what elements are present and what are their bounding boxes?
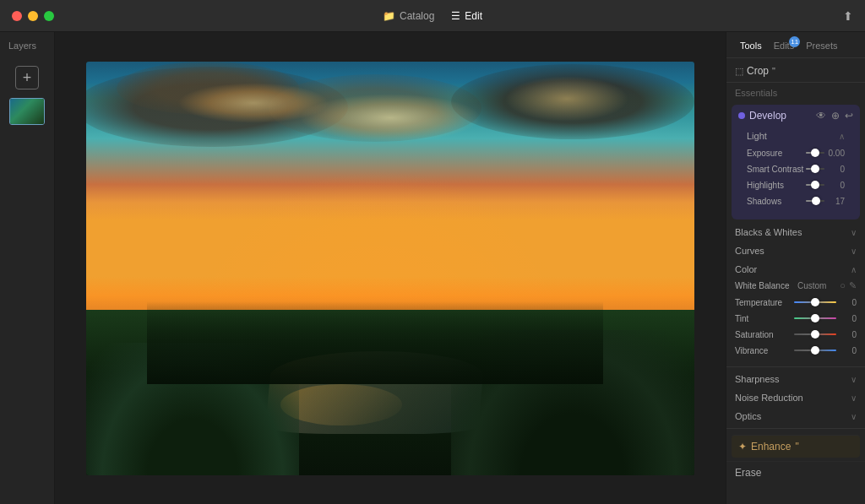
develop-header: Develop 👁 ⊕ ↩ (738, 110, 853, 122)
smart-contrast-row: Smart Contrast 0 (747, 163, 845, 175)
saturation-slider[interactable] (794, 328, 836, 340)
blacks-whites-label: Blacks & Whites (735, 227, 802, 237)
crop-text: Crop (747, 65, 769, 77)
wb-eyedropper-icon[interactable]: ✎ (849, 280, 857, 291)
sharpness-chevron-icon: ∨ (851, 375, 857, 384)
catalog-nav-item[interactable]: 📁 Catalog (383, 10, 434, 22)
vibrance-row: Vibrance 0 (735, 344, 857, 356)
catalog-label: Catalog (400, 10, 434, 22)
catalog-icon: 📁 (383, 10, 395, 22)
exposure-track (806, 152, 824, 154)
highlights-value: 0 (824, 181, 845, 190)
close-button[interactable] (12, 11, 22, 21)
erase-label: Erase (735, 467, 761, 479)
temperature-value: 0 (836, 298, 857, 307)
noise-reduction-section[interactable]: Noise Reduction ∨ (726, 388, 865, 407)
blacks-whites-chevron-icon: ∨ (851, 228, 857, 237)
tint-value: 0 (836, 314, 857, 323)
share-button[interactable]: ⬆ (843, 9, 853, 23)
exposure-row: Exposure 0.00 (747, 147, 845, 159)
tint-label: Tint (735, 314, 794, 323)
temperature-row: Temperature 0 (735, 296, 857, 308)
color-chevron-icon: ∧ (851, 265, 857, 274)
optics-section[interactable]: Optics ∨ (726, 407, 865, 425)
tint-row: Tint 0 (735, 312, 857, 324)
light-section-header[interactable]: Light ∧ (738, 127, 853, 145)
saturation-track (794, 333, 836, 335)
temperature-slider[interactable] (794, 296, 836, 308)
edit-label: Edit (465, 10, 482, 22)
develop-title: Develop (738, 110, 786, 122)
optics-label: Optics (735, 411, 761, 421)
vibrance-label: Vibrance (735, 346, 794, 355)
forest-mid (147, 301, 603, 384)
reset-icon[interactable]: ↩ (845, 110, 853, 122)
curves-section[interactable]: Curves ∨ (726, 241, 865, 260)
temperature-thumb[interactable] (811, 298, 819, 306)
highlights-row: Highlights 0 (747, 179, 845, 191)
main-layout: Layers + (0, 32, 865, 504)
exposure-thumb[interactable] (811, 149, 819, 157)
right-panel: Tools Edits 11 Presets ⬚ Crop " Essentia… (726, 32, 865, 504)
wb-value: Custom (797, 281, 826, 290)
saturation-thumb[interactable] (811, 330, 819, 339)
wb-auto-icon[interactable]: ○ (840, 280, 846, 291)
blacks-whites-section[interactable]: Blacks & Whites ∨ (726, 223, 865, 241)
vibrance-track (794, 350, 836, 351)
exposure-slider[interactable] (806, 147, 824, 159)
smart-contrast-label: Smart Contrast (747, 165, 806, 174)
enhance-quote: " (795, 441, 798, 453)
exposure-value: 0.00 (824, 149, 845, 158)
shadows-value: 17 (824, 197, 845, 206)
temperature-track (794, 301, 836, 303)
visibility-icon[interactable]: 👁 (816, 110, 826, 122)
vibrance-thumb[interactable] (811, 346, 819, 355)
shadows-slider[interactable] (806, 195, 824, 207)
edit-icon: ☰ (451, 10, 460, 22)
enhance-icon: ✦ (738, 441, 747, 453)
optics-chevron-icon: ∨ (851, 412, 857, 421)
highlights-track (806, 184, 824, 186)
settings-icon[interactable]: ⊕ (831, 110, 840, 122)
color-section-header[interactable]: Color ∧ (726, 260, 865, 279)
sharpness-section[interactable]: Sharpness ∨ (726, 370, 865, 388)
edits-badge: 11 (789, 36, 800, 47)
tint-thumb[interactable] (811, 314, 819, 322)
smart-contrast-track (806, 168, 824, 170)
vibrance-slider[interactable] (794, 344, 836, 356)
tab-edits[interactable]: Edits 11 (769, 39, 799, 52)
white-balance-row: White Balance Custom ○ ✎ (726, 279, 865, 295)
shadows-thumb[interactable] (812, 197, 820, 205)
layer-thumbnail[interactable] (9, 98, 45, 125)
smart-contrast-thumb[interactable] (811, 165, 819, 173)
light-sliders: Exposure 0.00 Smart Contrast (738, 145, 853, 214)
edit-nav-item[interactable]: ☰ Edit (451, 10, 482, 22)
left-sidebar: Layers + (0, 32, 55, 504)
shadows-label: Shadows (747, 197, 806, 206)
highlights-thumb[interactable] (811, 181, 819, 189)
photo-scene (86, 62, 694, 475)
tint-track (794, 317, 836, 319)
shadows-track (806, 200, 824, 202)
enhance-text: Enhance (751, 441, 791, 453)
tint-slider[interactable] (794, 312, 836, 324)
tab-presets[interactable]: Presets (801, 39, 842, 52)
divider-1 (726, 366, 865, 367)
develop-actions: 👁 ⊕ ↩ (816, 110, 853, 122)
smart-contrast-slider[interactable] (806, 163, 824, 175)
highlights-slider[interactable] (806, 179, 824, 191)
minimize-button[interactable] (28, 11, 38, 21)
enhance-section[interactable]: ✦ Enhance " (732, 435, 860, 458)
plus-icon: + (23, 69, 32, 87)
tab-tools[interactable]: Tools (735, 39, 767, 52)
highlights-label: Highlights (747, 181, 806, 190)
light-label: Light (747, 131, 767, 141)
crop-label[interactable]: ⬚ Crop " (735, 65, 857, 77)
erase-section[interactable]: Erase (726, 461, 865, 484)
sharpness-label: Sharpness (735, 374, 780, 384)
add-layer-button[interactable]: + (15, 66, 39, 89)
maximize-button[interactable] (44, 11, 54, 21)
saturation-label: Saturation (735, 330, 794, 339)
exposure-label: Exposure (747, 149, 806, 158)
crop-icon: ⬚ (735, 66, 743, 77)
